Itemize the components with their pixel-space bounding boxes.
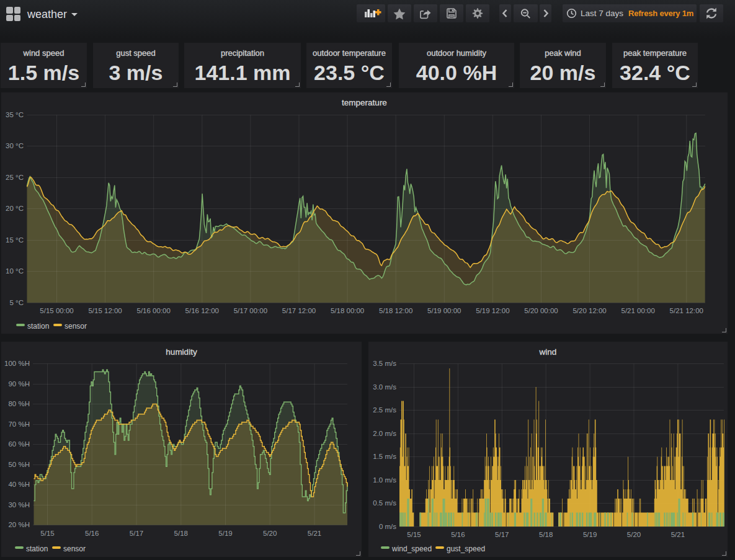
svg-text:5/19 00:00: 5/19 00:00 [427, 307, 461, 314]
svg-text:40 %H: 40 %H [8, 481, 30, 488]
svg-text:5/16: 5/16 [451, 531, 465, 538]
svg-text:70 %H: 70 %H [8, 420, 30, 428]
svg-text:5/19: 5/19 [583, 531, 597, 538]
svg-text:30 %H: 30 %H [8, 501, 30, 509]
svg-text:5/15: 5/15 [40, 530, 54, 537]
svg-text:5/17: 5/17 [495, 531, 509, 538]
svg-text:50 %H: 50 %H [8, 461, 30, 468]
svg-text:5/15 00:00: 5/15 00:00 [40, 307, 73, 314]
svg-text:3.5 m/s: 3.5 m/s [373, 360, 396, 367]
svg-text:5/20 00:00: 5/20 00:00 [524, 307, 558, 314]
svg-text:5/18: 5/18 [539, 531, 553, 538]
svg-text:10 °C: 10 °C [6, 267, 24, 275]
svg-text:wind_speed: wind_speed [391, 544, 432, 553]
svg-text:30 °C: 30 °C [6, 142, 24, 149]
svg-text:5/19: 5/19 [218, 530, 232, 537]
svg-text:5/18 00:00: 5/18 00:00 [331, 307, 364, 314]
svg-text:5 °C: 5 °C [10, 299, 24, 306]
svg-text:station: station [27, 322, 49, 331]
svg-text:5/20 12:00: 5/20 12:00 [572, 307, 606, 314]
svg-text:sensor: sensor [63, 544, 86, 553]
svg-text:0 m/s: 0 m/s [379, 523, 396, 530]
svg-text:5/17 00:00: 5/17 00:00 [234, 307, 267, 314]
svg-text:0.5 m/s: 0.5 m/s [373, 499, 396, 507]
svg-text:5/20: 5/20 [263, 530, 277, 537]
svg-text:5/19 12:00: 5/19 12:00 [476, 307, 509, 314]
svg-text:5/20: 5/20 [627, 531, 641, 538]
svg-text:20 °C: 20 °C [6, 205, 24, 212]
svg-text:2.0 m/s: 2.0 m/s [373, 430, 396, 437]
svg-text:5/15: 5/15 [407, 531, 421, 538]
svg-text:25 °C: 25 °C [6, 174, 24, 181]
svg-text:35 °C: 35 °C [6, 111, 24, 118]
svg-text:3.0 m/s: 3.0 m/s [373, 383, 396, 391]
svg-text:1.5 m/s: 1.5 m/s [373, 453, 396, 460]
svg-text:5/16: 5/16 [85, 530, 99, 537]
svg-text:5/17 12:00: 5/17 12:00 [282, 307, 316, 314]
svg-text:sensor: sensor [65, 322, 87, 331]
svg-text:5/21 00:00: 5/21 00:00 [621, 307, 655, 314]
svg-text:90 %H: 90 %H [8, 380, 30, 388]
svg-text:20 %H: 20 %H [8, 521, 30, 528]
svg-text:60 %H: 60 %H [8, 440, 30, 448]
svg-text:5/21: 5/21 [308, 530, 321, 537]
svg-text:gust_speed: gust_speed [447, 544, 485, 553]
svg-text:5/16 00:00: 5/16 00:00 [137, 307, 171, 314]
svg-text:5/18: 5/18 [174, 530, 188, 537]
svg-text:5/17: 5/17 [130, 530, 143, 537]
svg-text:15 °C: 15 °C [6, 236, 24, 244]
svg-text:5/16 12:00: 5/16 12:00 [185, 307, 219, 314]
svg-text:5/18 12:00: 5/18 12:00 [379, 307, 412, 314]
svg-text:2.5 m/s: 2.5 m/s [373, 406, 396, 414]
svg-text:5/21: 5/21 [671, 531, 685, 538]
svg-text:5/15 12:00: 5/15 12:00 [88, 307, 122, 314]
svg-text:5/21 12:00: 5/21 12:00 [670, 307, 703, 314]
svg-text:80 %H: 80 %H [8, 400, 30, 407]
svg-text:station: station [26, 544, 48, 553]
svg-text:100 %H: 100 %H [4, 360, 30, 367]
svg-text:1.0 m/s: 1.0 m/s [373, 476, 396, 484]
